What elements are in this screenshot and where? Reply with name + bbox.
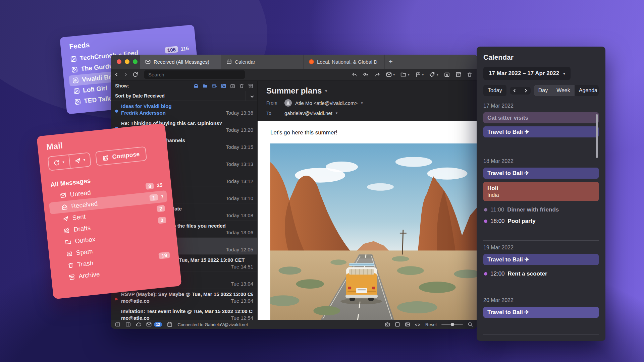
sort-direction-button[interactable] xyxy=(245,91,253,101)
message-sender: mo@atle.co xyxy=(121,298,150,304)
tab-calendar[interactable]: Calendar xyxy=(221,55,304,69)
next-button[interactable] xyxy=(520,87,531,95)
sync-cloud-icon[interactable] xyxy=(136,322,141,327)
new-tab-button[interactable]: + xyxy=(385,55,397,69)
message-row[interactable]: RSVP (Maybe): Say Maybe @ Tue, Mar 15 20… xyxy=(111,289,257,306)
event-bar[interactable]: Holi India xyxy=(483,182,599,201)
to-value[interactable]: gabrielav@vivaldi.net xyxy=(284,110,332,116)
capture-icon[interactable] xyxy=(385,322,390,327)
event-bar[interactable]: Travel to Bali ✈ xyxy=(483,126,599,137)
zoom-slider-knob[interactable] xyxy=(451,323,454,326)
archive-box-icon xyxy=(68,274,75,280)
mail-status-icon[interactable] xyxy=(146,322,152,327)
reply-all-icon[interactable] xyxy=(363,72,369,77)
folder-label: Sent xyxy=(72,213,86,222)
images-toggle-icon[interactable] xyxy=(405,322,410,327)
filter-trash-icon[interactable] xyxy=(239,83,244,88)
scrollbar[interactable] xyxy=(596,114,598,158)
filter-feed-icon[interactable] xyxy=(221,83,226,88)
tab-feed-page[interactable]: Local, National, & Global D xyxy=(304,55,385,69)
filter-archive-icon[interactable] xyxy=(248,83,253,88)
message-subject: Invitation: Test event invite @ Tue, Mar… xyxy=(121,308,253,314)
prev-button[interactable] xyxy=(510,87,520,95)
reply-icon[interactable] xyxy=(352,72,357,77)
event-timed[interactable]: 18:00 Pool party xyxy=(483,216,599,227)
filter-mail-icon[interactable] xyxy=(194,83,199,88)
rss-icon xyxy=(74,99,81,105)
flag-button[interactable]: ▾ xyxy=(415,72,424,77)
forward-mail-icon[interactable] xyxy=(375,72,380,77)
label-button[interactable]: ▾ xyxy=(429,72,438,77)
event-timed[interactable]: 11:00 Dinner with friends xyxy=(483,204,599,216)
from-chevron-icon[interactable]: ▾ xyxy=(361,101,363,105)
mail-refresh-button[interactable]: ▾ xyxy=(48,155,70,170)
close-button[interactable] xyxy=(117,59,121,64)
page-actions-icon[interactable] xyxy=(395,322,400,327)
mail-panel-card: Mail ▾ ▾ Compose All Messages Unread 8 xyxy=(37,123,182,299)
minimize-button[interactable] xyxy=(125,59,129,64)
sent-icon xyxy=(62,215,69,222)
message-header: Summer plans ▾ From Atle Mo <atle@vivald… xyxy=(258,81,477,121)
calendar-status-icon[interactable] xyxy=(167,322,172,327)
mail-send-button[interactable]: ▾ xyxy=(68,153,91,168)
agenda-day: 20 Mar 2022 Travel to Bali ✈ xyxy=(483,297,599,335)
delete-icon[interactable] xyxy=(467,72,472,77)
calendar-nav xyxy=(510,87,531,95)
to-label: To xyxy=(266,111,281,116)
filter-mailing-list-icon[interactable] xyxy=(212,83,217,88)
zoom-magnifier-icon[interactable] xyxy=(468,322,473,327)
back-button[interactable] xyxy=(115,73,119,76)
folder-label: Outbox xyxy=(74,235,96,245)
mark-junk-icon[interactable] xyxy=(444,72,450,77)
folder-label: Trash xyxy=(77,259,94,268)
agenda-day: 19 Mar 2022 Travel to Bali ✈ 12:00 Rent … xyxy=(483,245,599,293)
archive-icon[interactable] xyxy=(455,72,461,77)
search-input[interactable] xyxy=(144,70,245,79)
folder-label: Unread xyxy=(69,189,91,198)
send-icon xyxy=(74,157,81,164)
calendar-title: Calendar xyxy=(483,53,599,61)
move-to-folder-button[interactable]: ▾ xyxy=(400,72,410,77)
tiling-icon[interactable] xyxy=(125,322,131,327)
event-bar[interactable]: Travel to Bali ✈ xyxy=(483,307,599,318)
date-range-selector[interactable]: 17 Mar 2022 – 17 Apr 2022 ▾ xyxy=(483,67,571,80)
filter-junk-icon[interactable] xyxy=(230,83,235,88)
zoom-slider[interactable] xyxy=(441,324,463,325)
page-source-icon[interactable]: <> xyxy=(415,322,421,327)
zoom-button[interactable] xyxy=(133,59,138,64)
subject-menu-chevron-icon[interactable]: ▾ xyxy=(325,89,327,93)
panel-toggle-icon[interactable] xyxy=(115,322,120,327)
event-bar[interactable]: Cat sitter visits xyxy=(483,112,599,123)
view-day[interactable]: Day xyxy=(534,85,552,96)
message-row[interactable]: Invitation: Test event invite @ Tue, Mar… xyxy=(111,306,257,320)
filter-folder-icon[interactable] xyxy=(203,83,208,88)
reload-icon[interactable] xyxy=(132,72,138,77)
reading-pane: Summer plans ▾ From Atle Mo <atle@vivald… xyxy=(258,81,477,320)
compose-mail-button[interactable]: ▾ xyxy=(386,72,395,77)
view-agenda[interactable]: Agenda xyxy=(575,85,599,96)
tab-bar: Received (All Messages) Calendar Local, … xyxy=(111,55,477,69)
tab-label: Calendar xyxy=(235,59,255,65)
zoom-reset-button[interactable]: Reset xyxy=(425,322,437,327)
event-bar[interactable]: Travel to Bali ✈ xyxy=(483,254,599,265)
from-value[interactable]: Atle Mo <atle@vivaldi.com> xyxy=(295,100,358,106)
message-row[interactable]: Ideas for Vivaldi blog Fredrik Andersson… xyxy=(111,101,257,118)
to-chevron-icon[interactable]: ▾ xyxy=(336,111,338,115)
sort-row[interactable]: Sort by Date Received xyxy=(111,91,257,101)
view-week[interactable]: Week xyxy=(552,85,575,96)
event-timed[interactable]: 12:00 Rent a scooter xyxy=(483,268,599,280)
compose-button[interactable]: Compose xyxy=(95,146,147,166)
message-sender: mo@atle.co xyxy=(121,315,150,320)
today-button[interactable]: Today xyxy=(483,85,506,96)
folder-total-badge: 7 xyxy=(161,194,164,200)
rss-icon xyxy=(73,88,80,95)
message-time: Today 13:08 xyxy=(226,213,253,218)
unread-dot-icon xyxy=(115,110,118,113)
event-bar[interactable]: Travel to Bali ✈ xyxy=(483,168,599,179)
forward-button[interactable] xyxy=(124,73,127,76)
tab-received[interactable]: Received (All Messages) xyxy=(140,55,221,69)
drafts-pencil-icon xyxy=(64,227,70,234)
calendar-icon xyxy=(226,59,232,64)
unread-count-badge: 12 xyxy=(154,322,162,327)
status-bar: 12 Connected to GabrielaV@vivaldi.net <>… xyxy=(111,320,477,329)
